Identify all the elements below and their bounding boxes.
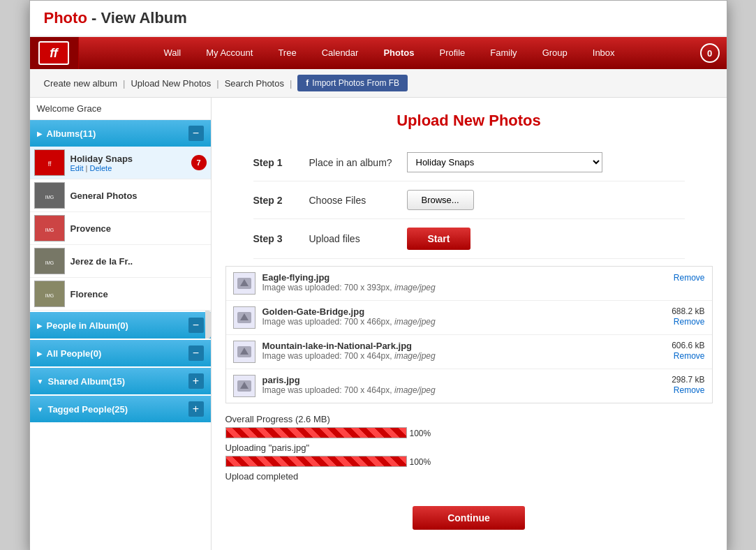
overall-progress-row: 100% [225, 427, 713, 440]
svg-text:IMG: IMG [45, 293, 54, 298]
title-rest: - View Album [87, 9, 187, 27]
file-eagle-name: Eagle-flying.jpg [262, 272, 649, 283]
nav-profile[interactable]: Profile [427, 37, 477, 69]
album-thumb-jerez: IMG [34, 248, 65, 274]
create-album-link[interactable]: Create new album [44, 78, 118, 89]
people-title: People in Album(0) [47, 320, 128, 331]
tagged-expand-button[interactable]: + [188, 401, 204, 417]
sidebar-resize-handle[interactable] [205, 311, 211, 339]
album-list: ff Holiday Snaps Edit | Delete 7 [30, 147, 211, 311]
allpeople-arrow-icon: ▶ [37, 350, 43, 357]
album-holiday-edit[interactable]: Edit [71, 164, 84, 172]
sidebar-people-section: ▶ People in Album(0) − [30, 312, 211, 339]
facebook-icon: f [306, 78, 309, 88]
album-holiday-delete[interactable]: Delete [89, 164, 112, 172]
file-golden-remove[interactable]: Remove [674, 317, 705, 327]
file-golden-size: 688.2 kB [649, 306, 705, 316]
right-panel: Upload New Photos Step 1 Place in an alb… [212, 98, 727, 550]
album-select[interactable]: Holiday Snaps [407, 152, 602, 172]
album-jerez[interactable]: IMG Jerez de la Fr.. [30, 245, 211, 278]
svg-text:ff: ff [47, 161, 51, 168]
album-holiday-snaps[interactable]: ff Holiday Snaps Edit | Delete 7 [30, 147, 211, 179]
step2-question: Choose Files [309, 195, 407, 206]
progress-section: Overall Progress (2.6 MB) 100% Uploading… [212, 403, 727, 492]
step2-row: Step 2 Choose Files Browse... [253, 181, 685, 219]
step1-label: Step 1 [253, 157, 309, 168]
nav-family[interactable]: Family [477, 37, 529, 69]
continue-row: Continue [212, 492, 727, 544]
nav-photos[interactable]: Photos [371, 37, 427, 69]
file-eagle-details: Eagle-flying.jpg Image was uploaded: 700… [262, 272, 649, 292]
sep3: | [290, 78, 292, 89]
step2-control: Browse... [407, 190, 685, 210]
tagged-arrow-icon: ▼ [37, 406, 44, 413]
nav-calendar[interactable]: Calendar [309, 37, 371, 69]
album-thumb-general: IMG [34, 182, 65, 209]
upload-header: Upload New Photos [212, 98, 727, 137]
album-florence[interactable]: IMG Florence [30, 278, 211, 311]
nav-tree[interactable]: Tree [265, 37, 309, 69]
albums-collapse-button[interactable]: − [188, 126, 204, 141]
albums-header[interactable]: ▶ Albums(11) − [30, 120, 211, 147]
file-paris-right: 298.7 kB Remove [649, 375, 705, 395]
nav-inbox[interactable]: Inbox [580, 37, 628, 69]
browse-button[interactable]: Browse... [407, 190, 474, 210]
album-thumb-provence: IMG [34, 215, 65, 241]
upload-photos-link[interactable]: Upload New Photos [131, 78, 211, 89]
step3-row: Step 3 Upload files Start [253, 219, 685, 259]
file-icon-paris [233, 375, 255, 397]
people-collapse-button[interactable]: − [188, 318, 204, 333]
album-holiday-name: Holiday Snaps [71, 154, 188, 164]
file-eagle-remove[interactable]: Remove [674, 273, 705, 283]
album-general-photos[interactable]: IMG General Photos [30, 179, 211, 212]
nav-links: Wall My Account Tree Calendar Photos Pro… [79, 37, 700, 69]
inbox-badge: 0 [700, 43, 720, 63]
import-fb-button[interactable]: f Import Photos From FB [297, 75, 408, 91]
uploading-label: Uploading "paris.jpg" [225, 443, 713, 453]
upload-complete-label: Upload completed [225, 471, 713, 482]
search-photos-link[interactable]: Search Photos [225, 78, 284, 89]
file-icon-mountain [233, 341, 255, 363]
file-eagle-meta: Image was uploaded: 700 x 393px, image/j… [262, 283, 649, 292]
file-golden-details: Golden-Gate-Bridge.jpg Image was uploade… [262, 306, 649, 327]
albums-arrow-icon: ▶ [37, 130, 43, 138]
svg-text:IMG: IMG [45, 228, 54, 232]
file-item-eagle: Eagle-flying.jpg Image was uploaded: 700… [226, 267, 712, 301]
step1-row: Step 1 Place in an album? Holiday Snaps [253, 144, 685, 181]
album-provence[interactable]: IMG Provence [30, 212, 211, 245]
title-bar: Photo - View Album [30, 1, 727, 37]
album-holiday-actions: Edit | Delete [71, 164, 188, 172]
tagged-header[interactable]: ▼ Tagged People(25) + [30, 396, 211, 422]
continue-button[interactable]: Continue [413, 506, 525, 530]
logo-icon: ff [38, 41, 69, 65]
shared-header[interactable]: ▼ Shared Album(15) + [30, 368, 211, 394]
nav-my-account[interactable]: My Account [193, 37, 265, 69]
file-paris-remove[interactable]: Remove [674, 385, 705, 395]
file-mountain-remove[interactable]: Remove [674, 351, 705, 361]
allpeople-collapse-button[interactable]: − [188, 345, 204, 361]
album-thumb-holiday: ff [34, 149, 65, 176]
file-golden-meta: Image was uploaded: 700 x 466px, image/j… [262, 317, 649, 327]
svg-text:IMG: IMG [45, 260, 54, 265]
nav-wall[interactable]: Wall [151, 37, 193, 69]
shared-title: Shared Album(15) [47, 376, 125, 387]
start-button[interactable]: Start [407, 228, 471, 250]
sidebar-tagged-section: ▼ Tagged People(25) + [30, 396, 211, 422]
albums-title: Albums(11) [47, 128, 96, 139]
people-header[interactable]: ▶ People in Album(0) − [30, 312, 211, 339]
file-paris-size: 298.7 kB [649, 375, 705, 385]
album-general-info: General Photos [71, 191, 207, 201]
album-jerez-name: Jerez de la Fr.. [71, 256, 207, 267]
overall-progress-pct: 100% [410, 429, 431, 438]
breadcrumb-bar: Create new album | Upload New Photos | S… [30, 69, 727, 98]
album-general-name: General Photos [71, 191, 207, 201]
allpeople-header[interactable]: ▶ All People(0) − [30, 340, 211, 366]
shared-expand-button[interactable]: + [188, 373, 204, 389]
nav-group[interactable]: Group [530, 37, 580, 69]
file-list: Eagle-flying.jpg Image was uploaded: 700… [225, 266, 713, 403]
main-content: Welcome Grace ▶ Albums(11) − ff [30, 98, 727, 550]
file-mountain-name: Mountain-lake-in-National-Park.jpg [262, 341, 649, 351]
album-florence-info: Florence [71, 289, 207, 299]
album-holiday-count: 7 [191, 155, 207, 170]
file-paris-meta: Image was uploaded: 700 x 464px, image/j… [262, 385, 649, 395]
